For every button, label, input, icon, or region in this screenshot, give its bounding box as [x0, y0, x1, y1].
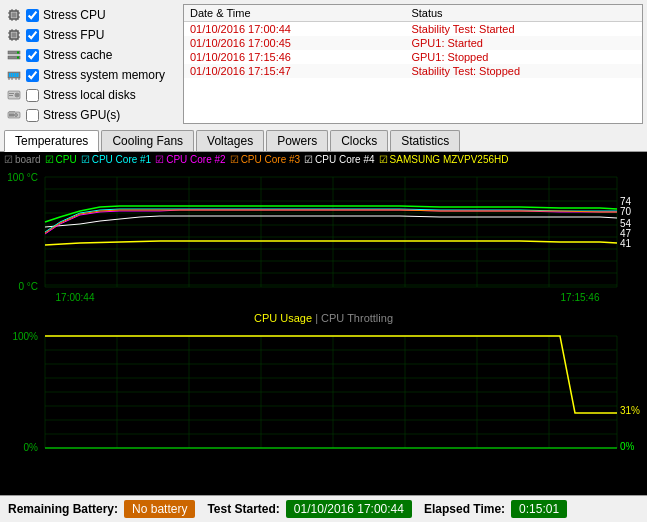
svg-text:100 °C: 100 °C	[7, 172, 38, 183]
stress-cpu-item: Stress CPU	[4, 6, 179, 24]
tabs-section: Temperatures Cooling Fans Voltages Power…	[0, 128, 647, 495]
cache-icon	[6, 47, 22, 63]
chart-area: ☑ board ☑ CPU ☑ CPU Core #1 ☑ CPU Core #…	[0, 152, 647, 495]
test-started-value: 01/10/2016 17:00:44	[286, 500, 412, 518]
legend-board-check: ☑	[4, 154, 13, 165]
legend-samsung: ☑ SAMSUNG MZVPV256HD	[379, 154, 509, 165]
svg-rect-75	[0, 326, 647, 471]
svg-rect-22	[17, 52, 19, 54]
svg-rect-29	[17, 73, 19, 77]
svg-rect-38	[9, 95, 13, 96]
legend-board: ☑ board	[4, 154, 41, 165]
elapsed-label: Elapsed Time:	[424, 502, 505, 516]
cpu-chart-container: CPU Usage | CPU Throttling	[0, 310, 647, 495]
legend-cpu-core3-label: CPU Core #3	[241, 154, 300, 165]
tab-clocks[interactable]: Clocks	[330, 130, 388, 151]
cpu-throttling-label: CPU Throttling	[321, 312, 393, 324]
cpu-icon	[6, 7, 22, 23]
legend-cpu-core3-check: ☑	[230, 154, 239, 165]
log-row-1: 01/10/2016 17:00:44 Stability Test: Star…	[184, 22, 642, 37]
legend-samsung-check: ☑	[379, 154, 388, 165]
fpu-icon	[6, 27, 22, 43]
stress-cpu-checkbox[interactable]	[26, 9, 39, 22]
log-status-3: GPU1: Stopped	[405, 50, 642, 64]
svg-text:31%: 31%	[620, 405, 640, 416]
tab-bar: Temperatures Cooling Fans Voltages Power…	[0, 128, 647, 152]
legend-cpu-label: CPU	[56, 154, 77, 165]
svg-text:0 °C: 0 °C	[18, 281, 38, 292]
log-panel: Date & Time Status 01/10/2016 17:00:44 S…	[183, 4, 643, 124]
log-header-datetime: Date & Time	[184, 5, 405, 22]
legend-cpu-check: ☑	[45, 154, 54, 165]
log-row-4: 01/10/2016 17:15:47 Stability Test: Stop…	[184, 64, 642, 78]
legend-cpu-core4-label: CPU Core #4	[315, 154, 374, 165]
battery-value: No battery	[124, 500, 195, 518]
stress-gpus-label: Stress GPU(s)	[43, 108, 120, 122]
log-datetime-4: 01/10/2016 17:15:47	[184, 64, 405, 78]
log-row-2: 01/10/2016 17:00:45 GPU1: Started	[184, 36, 642, 50]
stress-cache-label: Stress cache	[43, 48, 112, 62]
svg-rect-1	[12, 13, 17, 18]
battery-label: Remaining Battery:	[8, 502, 118, 516]
stress-gpus-checkbox[interactable]	[26, 109, 39, 122]
legend-samsung-label: SAMSUNG MZVPV256HD	[390, 154, 509, 165]
gpu-icon	[6, 107, 22, 123]
tab-temperatures[interactable]: Temperatures	[4, 130, 99, 152]
main-container: Stress CPU	[0, 0, 647, 522]
status-bar: Remaining Battery: No battery Test Start…	[0, 495, 647, 522]
log-row-3: 01/10/2016 17:15:46 GPU1: Stopped	[184, 50, 642, 64]
stress-gpus-item: Stress GPU(s)	[4, 106, 179, 124]
svg-rect-37	[9, 93, 14, 94]
legend-cpu-core2: ☑ CPU Core #2	[155, 154, 225, 165]
svg-text:17:15:46: 17:15:46	[561, 292, 600, 303]
log-datetime-2: 01/10/2016 17:00:45	[184, 36, 405, 50]
stress-disks-label: Stress local disks	[43, 88, 136, 102]
stress-memory-checkbox[interactable]	[26, 69, 39, 82]
stress-disks-checkbox[interactable]	[26, 89, 39, 102]
svg-rect-11	[12, 33, 17, 38]
legend-bar: ☑ board ☑ CPU ☑ CPU Core #1 ☑ CPU Core #…	[0, 152, 647, 167]
svg-text:17:00:44: 17:00:44	[56, 292, 95, 303]
svg-text:0%: 0%	[620, 441, 635, 452]
stress-cache-checkbox[interactable]	[26, 49, 39, 62]
svg-rect-23	[17, 57, 19, 59]
tab-statistics[interactable]: Statistics	[390, 130, 460, 151]
legend-cpu-core3: ☑ CPU Core #3	[230, 154, 300, 165]
tab-powers[interactable]: Powers	[266, 130, 328, 151]
legend-cpu-core2-check: ☑	[155, 154, 164, 165]
stress-fpu-label: Stress FPU	[43, 28, 104, 42]
legend-cpu-core1-label: CPU Core #1	[92, 154, 151, 165]
log-status-1: Stability Test: Started	[405, 22, 642, 37]
cpu-usage-label: CPU Usage	[254, 312, 312, 324]
disk-icon	[6, 87, 22, 103]
stress-fpu-checkbox[interactable]	[26, 29, 39, 42]
legend-cpu-core4-check: ☑	[304, 154, 313, 165]
test-started-item: Test Started: 01/10/2016 17:00:44	[207, 500, 412, 518]
top-section: Stress CPU	[0, 0, 647, 128]
log-table: Date & Time Status 01/10/2016 17:00:44 S…	[184, 5, 642, 78]
log-status-2: GPU1: Started	[405, 36, 642, 50]
temp-chart-svg: 100 °C 0 °C 17:00:44 17:15:46	[0, 167, 647, 307]
cpu-chart-title: CPU Usage | CPU Throttling	[0, 310, 647, 326]
svg-text:70: 70	[620, 206, 632, 217]
tab-cooling-fans[interactable]: Cooling Fans	[101, 130, 194, 151]
svg-rect-28	[15, 73, 17, 77]
stress-memory-label: Stress system memory	[43, 68, 165, 82]
svg-text:41: 41	[620, 238, 632, 249]
stress-memory-item: Stress system memory	[4, 66, 179, 84]
stress-panel: Stress CPU	[4, 4, 179, 124]
tab-voltages[interactable]: Voltages	[196, 130, 264, 151]
svg-rect-40	[9, 114, 14, 117]
log-status-4: Stability Test: Stopped	[405, 64, 642, 78]
svg-rect-25	[9, 73, 11, 77]
stress-cpu-label: Stress CPU	[43, 8, 106, 22]
elapsed-value: 0:15:01	[511, 500, 567, 518]
cpu-chart-svg: 100% 0% 31% 0%	[0, 326, 647, 471]
svg-point-41	[15, 114, 18, 117]
legend-cpu-core2-label: CPU Core #2	[166, 154, 225, 165]
legend-cpu-core1: ☑ CPU Core #1	[81, 154, 151, 165]
stress-disks-item: Stress local disks	[4, 86, 179, 104]
legend-cpu-core4: ☑ CPU Core #4	[304, 154, 374, 165]
svg-rect-26	[11, 73, 13, 77]
legend-board-label: board	[15, 154, 41, 165]
